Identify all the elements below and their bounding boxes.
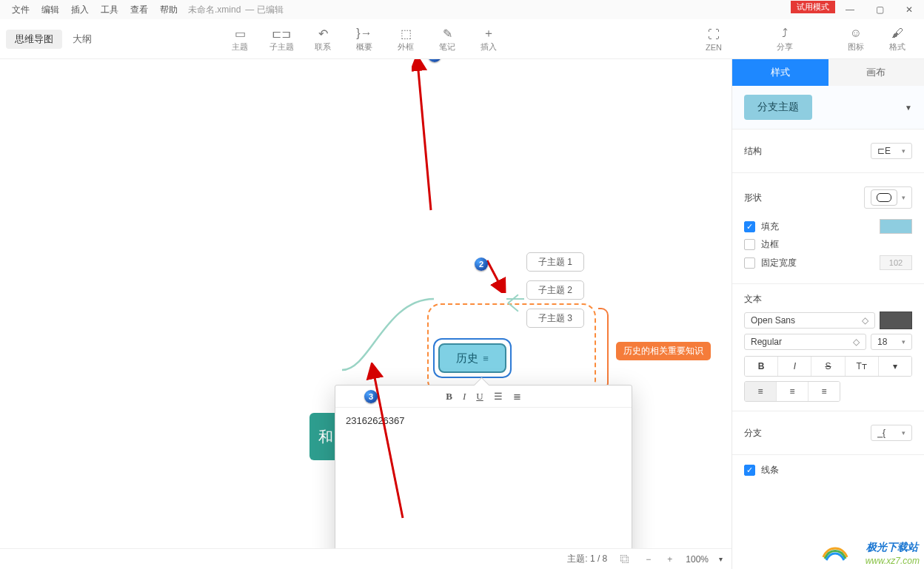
toolbar-right: ⛶ZEN ⤴分享 ☺图标 🖌格式 — [693, 19, 918, 58]
text-italic[interactable]: I — [778, 357, 811, 376]
menu-insert[interactable]: 插入 — [65, 4, 95, 16]
branch-select[interactable]: ⎯{▾ — [871, 425, 912, 441]
note-indicator-icon[interactable]: ≡ — [483, 353, 489, 364]
watermark-url: www.xz7.com — [866, 556, 920, 566]
menu-view[interactable]: 查看 — [124, 4, 154, 16]
structure-label: 结构 — [744, 145, 762, 158]
annotation-bubble-3: 3 — [364, 390, 378, 403]
shape-icon — [871, 189, 897, 206]
annotation-bubble-2: 2 — [475, 257, 488, 271]
zoom-dropdown-icon[interactable]: ▾ — [719, 555, 723, 563]
note-bold[interactable]: B — [446, 391, 452, 403]
window-maximize[interactable]: ▢ — [865, 0, 894, 19]
border-checkbox[interactable] — [744, 239, 755, 250]
note-content[interactable]: 23162626367 — [335, 408, 632, 434]
tool-subtopic[interactable]: ⊏⊐子主题 — [261, 25, 302, 53]
tab-style[interactable]: 样式 — [732, 59, 828, 86]
note-italic[interactable]: I — [463, 391, 466, 403]
tool-icons[interactable]: ☺图标 — [835, 25, 877, 53]
menu-bar: 文件 编辑 插入 工具 查看 帮助 未命名.xmind — 已编辑 试用模式 —… — [0, 0, 924, 19]
fixed-width-checkbox[interactable] — [744, 257, 755, 269]
tool-topic[interactable]: ▭主题 — [219, 25, 261, 53]
branch-icon: ⎯{ — [877, 428, 886, 438]
view-tabs: 思维导图 大纲 — [6, 19, 101, 58]
subtopic-1[interactable]: 子主题 1 — [526, 252, 584, 272]
note-ul-icon[interactable]: ☰ — [494, 391, 503, 403]
window-minimize[interactable]: — — [835, 0, 865, 19]
zen-icon: ⛶ — [708, 27, 720, 43]
text-strike[interactable]: S — [811, 357, 845, 376]
watermark-logo — [820, 542, 850, 565]
window-controls: — ▢ ✕ — [835, 0, 924, 19]
annotation-bubble-1: 1 — [428, 59, 441, 62]
fixed-width-input[interactable] — [880, 255, 912, 270]
fill-color-swatch[interactable] — [880, 219, 912, 234]
topic-main[interactable]: 历史 ≡ — [438, 343, 506, 373]
share-icon: ⤴ — [782, 25, 788, 41]
structure-select[interactable]: ⊏E▾ — [871, 143, 912, 159]
toolbar-far: ☺图标 🖌格式 — [835, 25, 918, 53]
trial-badge: 试用模式 — [791, 1, 835, 13]
svg-line-1 — [487, 260, 502, 289]
status-bar: 主题: 1 / 8 ⿻ − + 100% ▾ — [0, 548, 732, 569]
tool-summary[interactable]: }→概要 — [344, 25, 385, 53]
tool-insert[interactable]: ＋插入 — [468, 25, 509, 53]
summary-label[interactable]: 历史的相关重要知识 — [616, 342, 711, 360]
shape-label: 形状 — [744, 192, 762, 204]
text-color-swatch[interactable] — [880, 312, 912, 329]
note-ol-icon[interactable]: ≣ — [513, 391, 521, 403]
tool-note[interactable]: ✎笔记 — [426, 25, 468, 53]
align-right[interactable]: ≡ — [808, 382, 840, 401]
topic-icon: ▭ — [235, 25, 246, 41]
align-left[interactable]: ≡ — [745, 382, 777, 401]
text-case-dropdown[interactable]: ▾ — [879, 357, 911, 376]
topic-type-dropdown-icon[interactable]: ▼ — [905, 104, 912, 112]
subtopic-3[interactable]: 子主题 3 — [526, 309, 584, 328]
font-size-select[interactable]: 18▾ — [871, 334, 912, 350]
tab-outline[interactable]: 大纲 — [64, 30, 101, 49]
text-case[interactable]: Tᴛ — [846, 357, 879, 376]
menu-edit[interactable]: 编辑 — [36, 4, 65, 16]
svg-line-0 — [418, 62, 431, 210]
border-label: 边框 — [761, 239, 779, 249]
boundary-icon: ⬚ — [401, 25, 412, 41]
note-underline[interactable]: U — [476, 391, 483, 403]
tool-relation[interactable]: ↶联系 — [302, 25, 344, 53]
font-family-select[interactable]: Open Sans◇ — [744, 312, 875, 329]
fill-checkbox[interactable]: ✓ — [744, 221, 755, 232]
align-center[interactable]: ≡ — [777, 382, 808, 401]
format-panel: 样式 画布 分支主题 ▼ 结构 ⊏E▾ 形状 ▾ ✓填充 边框 固定宽度 — [732, 59, 924, 569]
menu-help[interactable]: 帮助 — [154, 4, 184, 16]
tool-zen[interactable]: ⛶ZEN — [693, 27, 734, 52]
font-weight-select[interactable]: Regular◇ — [744, 334, 866, 350]
connector — [506, 298, 524, 300]
zoom-out[interactable]: − — [643, 554, 654, 565]
panel-tabs: 样式 画布 — [732, 59, 924, 86]
map-overview-icon[interactable]: ⿻ — [617, 554, 632, 565]
shape-select[interactable]: ▾ — [864, 186, 912, 209]
window-close[interactable]: ✕ — [894, 0, 924, 19]
tool-boundary[interactable]: ⬚外框 — [385, 25, 426, 53]
watermark-site: 极光下载站 — [866, 541, 918, 554]
menu-tools[interactable]: 工具 — [95, 4, 124, 16]
subtopic-2[interactable]: 子主题 2 — [526, 280, 584, 300]
tab-mindmap[interactable]: 思维导图 — [6, 30, 62, 49]
menu-file[interactable]: 文件 — [6, 4, 36, 16]
structure-icon: ⊏E — [877, 146, 891, 156]
file-name: 未命名.xmind — [188, 4, 241, 16]
tab-canvas[interactable]: 画布 — [828, 59, 925, 86]
topic-count: 主题: 1 / 8 — [567, 553, 607, 565]
toolbar-main: ▭主题 ⊏⊐子主题 ↶联系 }→概要 ⬚外框 ✎笔记 ＋插入 — [219, 19, 509, 58]
insert-icon: ＋ — [483, 25, 495, 41]
canvas[interactable]: 历史 ≡ 子主题 1 子主题 2 子主题 3 历史的相关重要知识 和 B I U… — [0, 59, 732, 548]
tool-format[interactable]: 🖌格式 — [877, 25, 918, 53]
text-bold[interactable]: B — [745, 357, 778, 376]
zoom-level[interactable]: 100% — [686, 554, 709, 565]
topic-type-chip[interactable]: 分支主题 — [744, 95, 812, 120]
toolbar: 思维导图 大纲 ▭主题 ⊏⊐子主题 ↶联系 }→概要 ⬚外框 ✎笔记 ＋插入 ⛶… — [0, 19, 924, 59]
tool-share[interactable]: ⤴分享 — [764, 25, 806, 53]
summary-icon: }→ — [356, 25, 372, 41]
line-checkbox[interactable]: ✓ — [744, 465, 755, 476]
annotation-arrow-1 — [412, 59, 441, 218]
zoom-in[interactable]: + — [664, 554, 675, 565]
